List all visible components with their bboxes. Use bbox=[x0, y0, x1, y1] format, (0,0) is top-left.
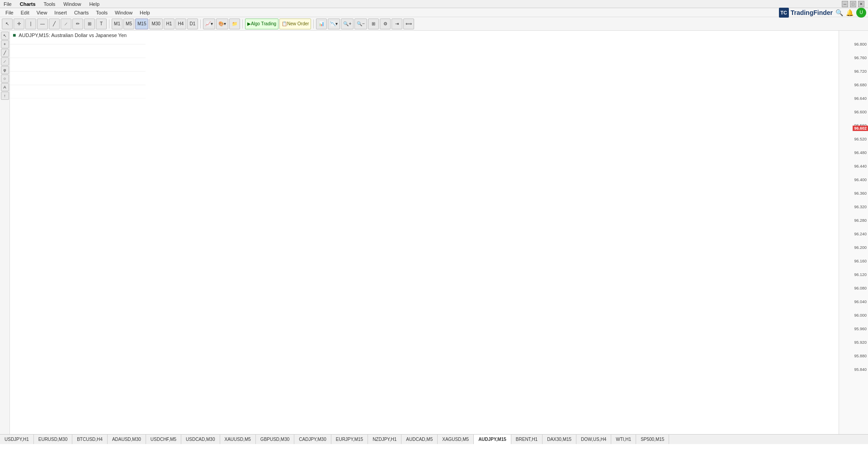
tab-usdjpy-h1[interactable]: USDJPY,H1 bbox=[0, 435, 34, 445]
lt-line[interactable]: ╱ bbox=[1, 49, 9, 57]
horizontal-line-tool[interactable]: — bbox=[37, 19, 48, 29]
title-tools[interactable]: Tools bbox=[44, 1, 56, 7]
price-96000: 96.000 bbox=[854, 313, 867, 318]
menu-edit[interactable]: Edit bbox=[17, 9, 33, 16]
title-file[interactable]: File bbox=[4, 1, 12, 7]
tab-brent-h1[interactable]: BRENT,H1 bbox=[511, 435, 542, 445]
window-controls: ─ □ ✕ bbox=[842, 1, 864, 7]
lt-text[interactable]: A bbox=[1, 83, 9, 91]
title-menu-items: File Charts Tools Window Help bbox=[4, 1, 99, 7]
left-toolbar: ↖ + ╱ ⟋ φ ○ A ↑ bbox=[0, 31, 10, 434]
tf-m1[interactable]: M1 bbox=[112, 19, 123, 29]
menu-charts[interactable]: Charts bbox=[71, 9, 92, 16]
trendline-tool[interactable]: ╱ bbox=[49, 19, 60, 29]
lt-crosshair[interactable]: + bbox=[1, 40, 9, 48]
bottom-tabs: USDJPY,H1 EURUSD,M30 BTCUSD,H4 ADAUSD,M3… bbox=[0, 434, 868, 444]
color-scheme[interactable]: 🎨▾ bbox=[216, 19, 228, 29]
play-icon: ▶ bbox=[247, 21, 251, 26]
tab-audjpy-m15[interactable]: AUDJPY,M15 bbox=[474, 435, 511, 445]
auto-scroll-btn[interactable]: ⟺ bbox=[403, 19, 414, 29]
tab-adausd-m30[interactable]: ADAUSD,M30 bbox=[108, 435, 146, 445]
price-96280: 96.280 bbox=[854, 218, 867, 223]
price-96440: 96.440 bbox=[854, 164, 867, 168]
menu-view[interactable]: View bbox=[33, 9, 51, 16]
title-charts[interactable]: Charts bbox=[20, 1, 36, 7]
tf-h1[interactable]: H1 bbox=[164, 19, 175, 29]
chart-type-selector[interactable]: 📈▾ bbox=[203, 19, 215, 29]
price-96120: 96.120 bbox=[854, 272, 867, 277]
tab-wti-h1[interactable]: WTI,H1 bbox=[611, 435, 636, 445]
notification-icon[interactable]: 🔔 bbox=[846, 9, 854, 16]
cursor-tool[interactable]: ↖ bbox=[2, 19, 13, 29]
close-button[interactable]: ✕ bbox=[858, 1, 864, 7]
tab-xagusd-m5[interactable]: XAGUSD,M5 bbox=[438, 435, 474, 445]
templates-btn[interactable]: 📁 bbox=[229, 19, 240, 29]
lt-cursor[interactable]: ↖ bbox=[1, 32, 9, 40]
user-avatar[interactable]: U bbox=[856, 8, 866, 18]
tf-m5[interactable]: M5 bbox=[123, 19, 134, 29]
tab-cadjpy-m30[interactable]: CADJPY,M30 bbox=[294, 435, 331, 445]
tf-d1[interactable]: D1 bbox=[187, 19, 198, 29]
price-96240: 96.240 bbox=[854, 232, 867, 236]
settings-btn[interactable]: ⚙ bbox=[380, 19, 391, 29]
lt-shapes[interactable]: ○ bbox=[1, 75, 9, 83]
zoom-in-btn[interactable]: 🔍+ bbox=[341, 19, 354, 29]
tf-m30[interactable]: M30 bbox=[149, 19, 162, 29]
current-price-label: 96.602 bbox=[853, 126, 868, 131]
price-indicator-btn[interactable]: 📊 bbox=[316, 19, 327, 29]
grid-btn[interactable]: ⊞ bbox=[368, 19, 379, 29]
title-window[interactable]: Window bbox=[63, 1, 81, 7]
tab-usdchf-m5[interactable]: USDCHF,M5 bbox=[146, 435, 181, 445]
tab-eurusd-m30[interactable]: EURUSD,M30 bbox=[34, 435, 72, 445]
search-icon[interactable]: 🔍 bbox=[835, 9, 843, 16]
symbol-full-name: AUDJPY,M15: Australian Dollar vs Japanes… bbox=[19, 33, 127, 38]
grid-lines bbox=[10, 44, 146, 98]
lt-arrow[interactable]: ↑ bbox=[1, 92, 9, 100]
menu-help[interactable]: Help bbox=[136, 9, 154, 16]
chart-svg[interactable]: ↑ bbox=[10, 31, 146, 98]
new-order-btn[interactable]: 📋 New Order bbox=[279, 19, 311, 29]
tab-usdcad-m30[interactable]: USDCAD,M30 bbox=[181, 435, 220, 445]
tab-audcad-m5[interactable]: AUDCAD,M5 bbox=[401, 435, 438, 445]
tab-nzdjpy-h1[interactable]: NZDJPY,H1 bbox=[368, 435, 401, 445]
algo-trading-btn[interactable]: ▶ Algo Trading bbox=[245, 19, 278, 29]
chart-main[interactable]: ■ AUDJPY,M15: Australian Dollar vs Japan… bbox=[10, 31, 868, 434]
menu-insert[interactable]: Insert bbox=[51, 9, 71, 16]
tradingfinder-label: TradingFinder bbox=[791, 9, 833, 16]
tf-h4[interactable]: H4 bbox=[175, 19, 186, 29]
chart-indicator-btn[interactable]: 📉▾ bbox=[328, 19, 340, 29]
text-tool[interactable]: T bbox=[96, 19, 107, 29]
channel-tool[interactable]: ⟋ bbox=[61, 19, 71, 29]
menu-tools[interactable]: Tools bbox=[92, 9, 111, 16]
lt-channel[interactable]: ⟋ bbox=[1, 57, 9, 66]
tab-dax30-m15[interactable]: DAX30,M15 bbox=[542, 435, 576, 445]
sep3 bbox=[242, 19, 243, 28]
vertical-line[interactable]: | bbox=[25, 19, 36, 29]
tab-dow-us-h4[interactable]: DOW,US,H4 bbox=[576, 435, 611, 445]
tf-logo-icon: TC bbox=[779, 8, 789, 18]
menubar: File Edit View Insert Charts Tools Windo… bbox=[0, 8, 868, 17]
price-axis-panel: 96.800 96.760 96.720 96.680 96.640 96.60… bbox=[839, 31, 868, 434]
tab-xauusd-m5[interactable]: XAUUSD,M5 bbox=[220, 435, 256, 445]
maximize-button[interactable]: □ bbox=[850, 1, 856, 7]
zoom-out-btn[interactable]: 🔍− bbox=[354, 19, 367, 29]
menu-file[interactable]: File bbox=[2, 9, 17, 16]
tab-gbpusd-m30[interactable]: GBPUSD,M30 bbox=[256, 435, 294, 445]
price-95960: 95.960 bbox=[854, 327, 867, 331]
pen-tool[interactable]: ✏ bbox=[72, 19, 83, 29]
scroll-right-btn[interactable]: ⇥ bbox=[392, 19, 402, 29]
fib-tool[interactable]: ⊞ bbox=[84, 19, 95, 29]
minimize-button[interactable]: ─ bbox=[842, 1, 848, 7]
lt-fib[interactable]: φ bbox=[1, 66, 9, 74]
tab-btcusd-h4[interactable]: BTCUSD,H4 bbox=[72, 435, 108, 445]
sep2 bbox=[200, 19, 201, 28]
title-help[interactable]: Help bbox=[89, 1, 99, 7]
tab-sp500-m15[interactable]: SP500,M15 bbox=[636, 435, 669, 445]
chart-symbol-info: ■ AUDJPY,M15: Australian Dollar vs Japan… bbox=[13, 32, 127, 38]
price-axis-labels: 96.800 96.760 96.720 96.680 96.640 96.60… bbox=[839, 31, 868, 434]
menu-window[interactable]: Window bbox=[111, 9, 136, 16]
new-order-label: New Order bbox=[287, 21, 309, 26]
tab-eurjpy-m15[interactable]: EURJPY,M15 bbox=[331, 435, 368, 445]
tf-m15[interactable]: M15 bbox=[135, 19, 148, 29]
crosshair-tool[interactable]: ✛ bbox=[14, 19, 24, 29]
